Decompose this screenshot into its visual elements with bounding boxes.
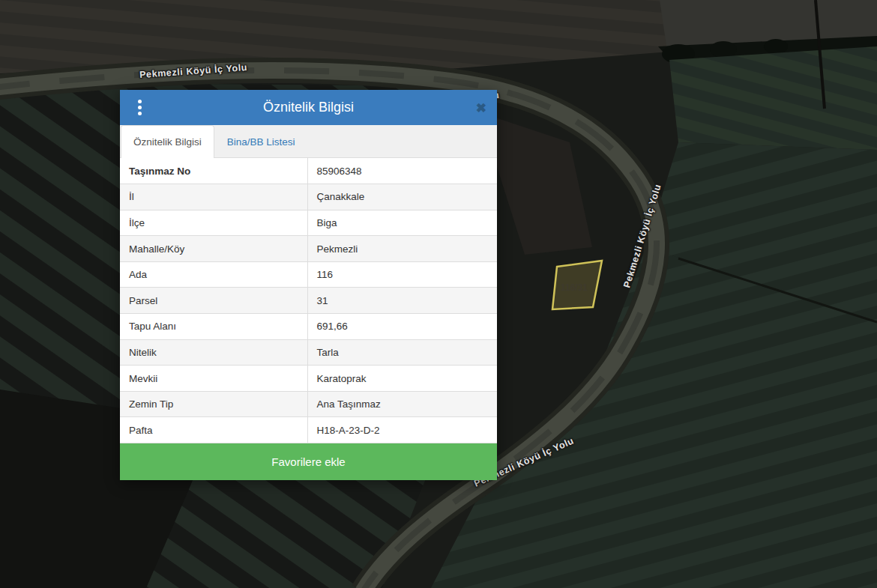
row-value: Tarla <box>307 339 497 366</box>
row-label: Mevkii <box>120 366 307 392</box>
table-row: Ada 116 <box>120 261 497 288</box>
tab-oznitelik-bilgisi[interactable]: Öznitelik Bilgisi <box>121 125 214 158</box>
add-to-favorites-button[interactable]: Favorilere ekle <box>120 443 497 480</box>
row-label: Ada <box>120 261 307 288</box>
row-value: Biga <box>307 210 497 236</box>
table-row: Nitelik Tarla <box>120 339 497 366</box>
row-value: Ana Taşınmaz <box>307 391 497 417</box>
table-row: İlçe Biga <box>120 210 497 236</box>
modal-title: Öznitelik Bilgisi <box>120 100 497 115</box>
row-label: Parsel <box>120 288 307 314</box>
field-right-1 <box>669 46 877 150</box>
table-row: Parsel 31 <box>120 288 497 314</box>
modal-header[interactable]: Öznitelik Bilgisi ✖ <box>120 90 497 125</box>
row-value: H18-A-23-D-2 <box>307 417 497 443</box>
row-label: Nitelik <box>120 339 307 366</box>
table-row: Pafta H18-A-23-D-2 <box>120 417 497 443</box>
table-row: Mevkii Karatoprak <box>120 366 497 392</box>
row-value: Karatoprak <box>307 366 497 392</box>
kebab-menu-icon[interactable] <box>124 100 154 115</box>
row-value: Pekmezli <box>307 236 497 262</box>
row-value: Çanakkale <box>307 184 497 210</box>
tab-bar: Öznitelik Bilgisi Bina/BB Listesi <box>120 125 497 158</box>
row-value: 691,66 <box>307 314 497 340</box>
table-row: Mahalle/Köy Pekmezli <box>120 236 497 262</box>
row-value: 31 <box>307 288 497 314</box>
parcel-label: 116/31 <box>561 282 588 293</box>
row-label: İlçe <box>120 210 307 236</box>
row-label: Tapu Alanı <box>120 314 307 340</box>
table-row: Tapu Alanı 691,66 <box>120 314 497 340</box>
table-row: Taşınmaz No 85906348 <box>120 158 497 184</box>
row-value: 85906348 <box>307 158 497 184</box>
row-label: Mahalle/Köy <box>120 236 307 262</box>
row-value: 116 <box>307 261 497 288</box>
attribute-table: Taşınmaz No 85906348 İl Çanakkale İlçe B… <box>120 158 497 443</box>
row-label: Taşınmaz No <box>120 158 307 184</box>
row-label: İl <box>120 184 307 210</box>
row-label: Pafta <box>120 417 307 443</box>
table-row: Zemin Tip Ana Taşınmaz <box>120 391 497 417</box>
table-row: İl Çanakkale <box>120 184 497 210</box>
row-label: Zemin Tip <box>120 391 307 417</box>
close-icon[interactable]: ✖ <box>476 101 486 114</box>
tab-bina-bb-listesi[interactable]: Bina/BB Listesi <box>214 125 308 158</box>
attribute-info-modal: Öznitelik Bilgisi ✖ Öznitelik Bilgisi Bi… <box>120 90 497 480</box>
